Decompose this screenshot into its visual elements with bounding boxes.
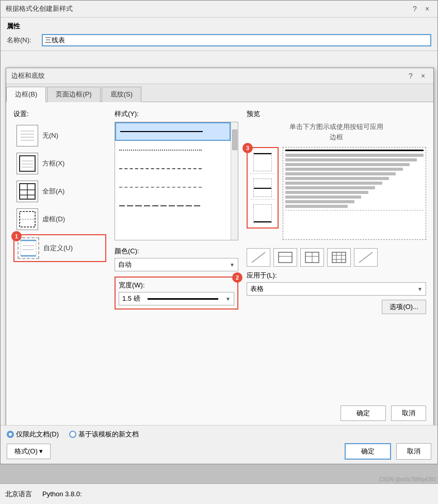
properties-title: 属性: [7, 22, 431, 31]
border-dialog-title: 边框和底纹: [11, 71, 45, 80]
preview-hint: 单击下方图示或使用按钮可应用边框: [247, 122, 426, 142]
python-text: Python 3.8.0:: [42, 490, 82, 498]
solid-line: [120, 131, 203, 132]
main-dialog-title: 根据格式化创建新样式: [6, 4, 73, 13]
help-button[interactable]: ?: [410, 4, 420, 14]
settings-panel: 设置: 无(N): [13, 109, 106, 393]
width-arrow-icon: ▼: [225, 296, 231, 302]
setting-virtual-icon: [17, 208, 38, 230]
checkbox-row: 仅限此文档(D) 基于该模板的新文档: [7, 430, 431, 439]
options-button[interactable]: 选项(O)...: [382, 300, 426, 314]
width-value: 1.5 磅: [122, 294, 140, 303]
setting-virtual[interactable]: 虚框(D): [13, 206, 106, 232]
close-button[interactable]: ×: [422, 4, 432, 14]
width-line-preview: [148, 298, 218, 300]
border-close-button[interactable]: ×: [418, 71, 428, 81]
checkbox-this-doc[interactable]: 仅限此文档(D): [7, 430, 59, 439]
tabs-bar: 边框(B) 页面边框(P) 底纹(S): [6, 84, 433, 102]
color-select[interactable]: 自动 ▼: [115, 258, 238, 271]
preview-title: 预览: [247, 109, 426, 119]
setting-frame[interactable]: 方框(X): [13, 151, 106, 176]
border-help-button[interactable]: ?: [405, 71, 416, 81]
setting-none[interactable]: 无(N): [13, 123, 106, 149]
tab-page-border[interactable]: 页面边框(P): [47, 87, 100, 102]
prev-btn-table3[interactable]: [327, 248, 351, 267]
preview-text-line: [285, 196, 361, 199]
svg-rect-5: [20, 156, 35, 171]
preview-buttons-wrapper: 3: [247, 147, 279, 240]
style-panel: 样式(Y):: [115, 109, 238, 393]
main-cancel-button[interactable]: 取消: [396, 443, 431, 460]
width-select[interactable]: 1.5 磅 ▼: [119, 292, 234, 305]
preview-btn-bottom[interactable]: [250, 202, 275, 225]
border-bottom-icon: [253, 204, 272, 223]
svg-line-21: [252, 252, 265, 263]
border-ok-button[interactable]: 确定: [340, 405, 386, 421]
style-item-solid[interactable]: [115, 122, 231, 141]
style-list[interactable]: [115, 122, 238, 240]
bottom-line: [254, 221, 271, 222]
prev-btn-corner-tl[interactable]: [247, 248, 270, 267]
style-item-long-dash[interactable]: [115, 197, 231, 215]
svg-rect-0: [19, 127, 36, 144]
dotted-line: [119, 150, 202, 151]
dialog-body: 设置: 无(N): [6, 102, 433, 400]
radio-empty-icon: [69, 431, 76, 438]
preview-text-line: [285, 182, 382, 185]
preview-top-border: [285, 150, 424, 151]
title-buttons: ? ×: [410, 4, 432, 14]
style-item-dotted[interactable]: [115, 141, 231, 159]
badge-2: 2: [232, 272, 242, 283]
style-scrollbar[interactable]: [231, 122, 238, 240]
main-dialog-bottom: 仅限此文档(D) 基于该模板的新文档 格式(O) ▾ 确定 取消: [1, 425, 437, 464]
width-label: 宽度(W):: [119, 281, 234, 290]
preview-btn-mid[interactable]: [250, 176, 275, 200]
setting-none-icon: [17, 125, 38, 147]
checkbox-new-doc[interactable]: 基于该模板的新文档: [69, 430, 139, 439]
status-text: 北京语言: [5, 490, 32, 499]
name-row: 名称(N):: [7, 34, 431, 46]
style-item-dash-dot[interactable]: [115, 178, 231, 197]
watermark: CSDN @m0s7888q4282: [379, 477, 436, 482]
format-button[interactable]: 格式(O) ▾: [7, 444, 51, 459]
scroll-thumb: [232, 129, 237, 150]
preview-text-line: [285, 168, 403, 171]
tab-border[interactable]: 边框(B): [6, 87, 46, 102]
radio-dot: [9, 433, 12, 436]
color-value: 自动: [118, 260, 132, 269]
prev-btn-corner-br[interactable]: [354, 248, 378, 267]
preview-area: 3: [247, 147, 426, 240]
border-title-buttons: ? ×: [405, 71, 428, 81]
border-cancel-button[interactable]: 取消: [391, 405, 426, 421]
setting-custom-icon: [18, 237, 39, 259]
prev-btn-table2[interactable]: [300, 248, 324, 267]
preview-text-line: [285, 154, 424, 157]
main-dialog-titlebar: 根据格式化创建新样式 ? ×: [1, 1, 437, 18]
setting-all-icon: [17, 181, 38, 202]
long-dash-line: [119, 205, 202, 206]
setting-frame-label: 方框(X): [42, 159, 64, 168]
preview-panel: 预览 单击下方图示或使用按钮可应用边框 3: [247, 109, 426, 393]
apply-arrow-icon: ▼: [417, 286, 423, 292]
name-label: 名称(N):: [7, 36, 38, 45]
style-item-dashed[interactable]: [115, 159, 231, 178]
prev-btn-table1[interactable]: [273, 248, 297, 267]
preview-text-line: [285, 200, 354, 203]
style-title: 样式(Y):: [115, 109, 238, 119]
preview-bottom-border: [285, 210, 424, 210]
name-input[interactable]: [42, 34, 431, 46]
main-ok-button[interactable]: 确定: [345, 443, 391, 460]
border-dialog-titlebar: 边框和底纹 ? ×: [6, 68, 433, 84]
setting-custom[interactable]: 1 自定义(U): [13, 234, 106, 262]
preview-text-line: [285, 205, 348, 208]
preview-text-line: [285, 158, 417, 161]
apply-select[interactable]: 表格 ▼: [247, 282, 426, 296]
tab-shading[interactable]: 底纹(S): [102, 87, 141, 102]
preview-text-line: [285, 163, 410, 166]
badge-1: 1: [11, 231, 22, 241]
checkbox-this-doc-label: 仅限此文档(D): [16, 430, 59, 439]
checkbox-new-doc-label: 基于该模板的新文档: [78, 430, 139, 439]
setting-all[interactable]: 全部(A): [13, 178, 106, 204]
preview-btn-top[interactable]: [250, 150, 275, 174]
dash-dot-line: [119, 187, 202, 188]
